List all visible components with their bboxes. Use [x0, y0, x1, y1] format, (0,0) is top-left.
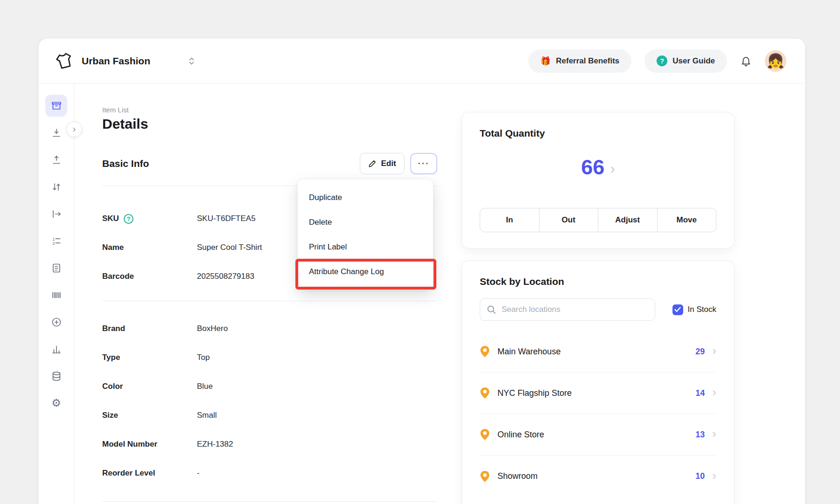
field-value: SKU-T6DFTEA5 — [197, 214, 256, 223]
location-quantity: 10 — [695, 471, 705, 481]
sidebar-nav: 1 2 — [39, 83, 74, 504]
menu-item-attribute-change-log[interactable]: Attribute Change Log — [298, 259, 433, 284]
field-label: Name — [102, 243, 197, 252]
sidebar-item-inventory-count[interactable]: 1 2 — [45, 230, 67, 252]
field-row-color: Color Blue — [102, 372, 437, 401]
chevron-right-icon: › — [712, 386, 716, 400]
item-list-icon — [51, 100, 62, 111]
sidebar-item-stock-out[interactable] — [45, 149, 67, 171]
total-quantity-row: 66 › — [462, 155, 734, 180]
sidebar-item-settings[interactable]: ⚙ — [45, 392, 67, 414]
workspace-title: Urban Fashion — [82, 55, 150, 67]
field-value: Small — [197, 411, 217, 420]
sidebar-item-transactions[interactable] — [45, 257, 67, 279]
search-icon — [487, 305, 496, 316]
chevron-right-icon: › — [712, 469, 716, 483]
user-guide-label: User Guide — [672, 56, 715, 66]
barcode-label-icon — [51, 290, 62, 301]
location-quantity: 13 — [695, 430, 705, 440]
sidebar-item-barcode-label[interactable] — [45, 284, 67, 306]
location-row-main-warehouse[interactable]: Main Warehouse 29 › — [480, 331, 716, 373]
location-row-online-store[interactable]: Online Store 13 › — [480, 414, 716, 456]
menu-item-delete[interactable]: Delete — [298, 210, 433, 235]
in-stock-filter[interactable]: In Stock — [672, 304, 716, 315]
move-stock-icon — [51, 208, 62, 220]
referral-benefits-button[interactable]: 🎁 Referral Benefits — [528, 49, 632, 73]
field-row-type: Type Top — [102, 343, 437, 372]
location-name: NYC Flagship Store — [497, 388, 572, 398]
in-stock-label: In Stock — [688, 305, 716, 314]
divider — [102, 301, 437, 301]
field-value: - — [197, 469, 200, 478]
inventory-count-icon: 1 2 — [51, 235, 62, 247]
location-name: Online Store — [497, 430, 544, 440]
field-label: Size — [102, 411, 197, 420]
field-row-size: Size Small — [102, 401, 437, 430]
user-guide-button[interactable]: ? User Guide — [644, 49, 727, 73]
field-value: BoxHero — [197, 324, 228, 333]
location-pin-icon — [480, 345, 490, 358]
location-pin-icon — [480, 387, 490, 399]
in-button[interactable]: In — [480, 208, 539, 232]
app-window: Urban Fashion 🎁 Referral Benefits ? User… — [39, 39, 805, 504]
stock-in-icon — [51, 127, 62, 138]
search-locations-input[interactable] — [480, 298, 655, 321]
sidebar-item-adjust-stock[interactable] — [45, 176, 67, 198]
field-label: Reorder Level — [102, 469, 197, 478]
field-value: EZH-1382 — [197, 440, 233, 449]
gear-icon: ⚙ — [51, 398, 61, 408]
chevron-right-icon[interactable]: › — [610, 158, 615, 177]
stock-by-location-title: Stock by Location — [480, 276, 716, 287]
location-name: Main Warehouse — [497, 347, 560, 357]
adjust-stock-icon — [51, 181, 62, 193]
user-avatar[interactable]: 👧 — [765, 50, 786, 72]
basic-info-fields-group-2: Brand BoxHero Type Top Color Blue Size S… — [102, 314, 437, 488]
more-actions-button[interactable]: ··· — [410, 153, 437, 174]
field-value: Top — [197, 353, 210, 362]
sidebar-item-stock-in[interactable] — [45, 122, 67, 144]
main-content: Item List Details Basic Info Edit ··· SK… — [74, 83, 805, 504]
adjust-button[interactable]: Adjust — [598, 208, 658, 232]
divider — [102, 501, 437, 502]
sidebar-item-data-center[interactable] — [45, 365, 67, 387]
in-stock-checkbox[interactable] — [672, 304, 683, 315]
field-row-reorder-level: Reorder Level - — [102, 459, 437, 488]
sidebar-expand-button[interactable]: › — [66, 121, 82, 137]
top-header: Urban Fashion 🎁 Referral Benefits ? User… — [39, 39, 805, 83]
sidebar-item-move-stock[interactable] — [45, 203, 67, 225]
sidebar-item-analytics[interactable] — [45, 338, 67, 360]
location-pin-icon — [480, 428, 490, 441]
help-icon[interactable]: ? — [124, 214, 133, 224]
pencil-icon — [368, 159, 377, 168]
field-value: Blue — [197, 382, 213, 391]
total-quantity-card: Total Quantity 66 › In Out Adjust Move — [462, 112, 735, 249]
location-row-nyc-flagship-store[interactable]: NYC Flagship Store 14 › — [480, 373, 716, 414]
edit-button-label: Edit — [381, 159, 396, 168]
field-label: Color — [102, 382, 197, 391]
total-quantity-value[interactable]: 66 — [581, 155, 604, 180]
stock-action-group: In Out Adjust Move — [480, 208, 716, 232]
out-button[interactable]: Out — [539, 208, 599, 232]
more-icon: ··· — [418, 159, 430, 169]
location-list: Main Warehouse 29 › NYC Flagship Store 1… — [480, 331, 716, 497]
data-center-icon — [51, 371, 62, 382]
tshirt-logo-icon — [53, 49, 76, 73]
sidebar-item-item-list[interactable] — [45, 95, 67, 117]
chevron-right-icon: › — [712, 345, 716, 359]
move-button[interactable]: Move — [657, 208, 717, 232]
breadcrumb[interactable]: Item List — [102, 106, 129, 114]
location-row-showroom[interactable]: Showroom 10 › — [480, 456, 716, 497]
sidebar-item-purchase-sales[interactable] — [45, 311, 67, 333]
menu-item-duplicate[interactable]: Duplicate — [298, 185, 433, 210]
chevron-right-icon: › — [712, 428, 716, 442]
basic-info-title: Basic Info — [102, 158, 149, 169]
header-actions: 🎁 Referral Benefits ? User Guide 👧 — [528, 49, 786, 73]
stock-search-row: In Stock — [480, 298, 716, 321]
location-quantity: 29 — [695, 347, 705, 357]
workspace-switcher-icon[interactable] — [188, 56, 196, 66]
field-label: SKU — [102, 214, 119, 223]
edit-button[interactable]: Edit — [360, 153, 405, 174]
menu-item-print-label[interactable]: Print Label — [298, 235, 433, 259]
field-value: 2025508279183 — [197, 272, 254, 281]
notifications-bell-icon[interactable] — [740, 55, 752, 67]
